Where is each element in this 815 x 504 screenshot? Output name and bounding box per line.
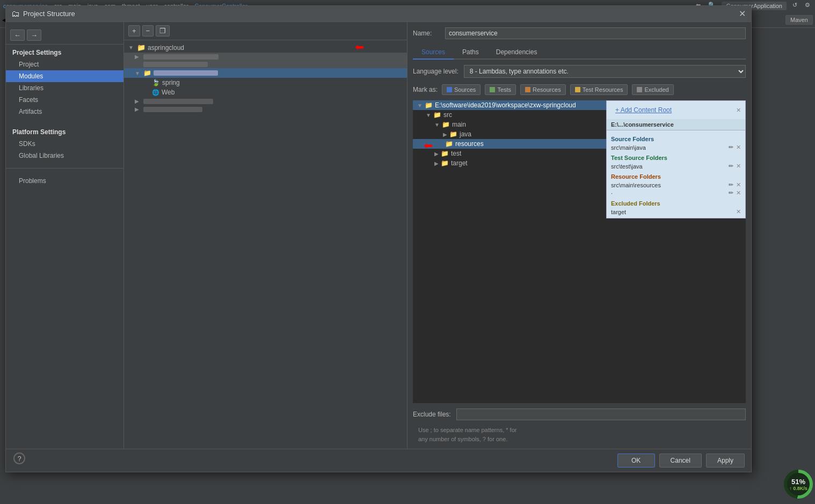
sidebar-toolbar: ← →	[6, 26, 123, 28]
dialog-title-text: Project Structure	[23, 10, 75, 18]
center-toolbar: + − ❐	[124, 22, 407, 28]
settings-icon[interactable]: ⚙	[803, 2, 812, 10]
right-panel: Name: Sources Paths Dependencies Languag…	[408, 22, 751, 28]
project-structure-dialog: 🗂 Project Structure ✕ ← → Project Settin…	[5, 5, 752, 28]
dialog-close-button[interactable]: ✕	[739, 9, 746, 19]
name-row: Name:	[413, 27, 746, 28]
center-copy-btn[interactable]: ❐	[156, 25, 170, 28]
maven-panel[interactable]: Maven	[785, 15, 813, 25]
dialog-icon: 🗂	[11, 9, 20, 19]
name-input[interactable]	[445, 27, 746, 28]
dialog-body: ← → Project Settings Project Modules Lib…	[6, 22, 751, 28]
center-remove-btn[interactable]: −	[142, 25, 154, 28]
sidebar: ← → Project Settings Project Modules Lib…	[6, 22, 124, 28]
dialog-title-bar: 🗂 Project Structure ✕	[6, 6, 751, 22]
center-add-btn[interactable]: +	[128, 25, 140, 28]
center-panel: + − ❐ ▼ 📁 aspringcloud ➡ ▶	[124, 22, 408, 28]
refresh-icon[interactable]: ↺	[791, 2, 799, 10]
